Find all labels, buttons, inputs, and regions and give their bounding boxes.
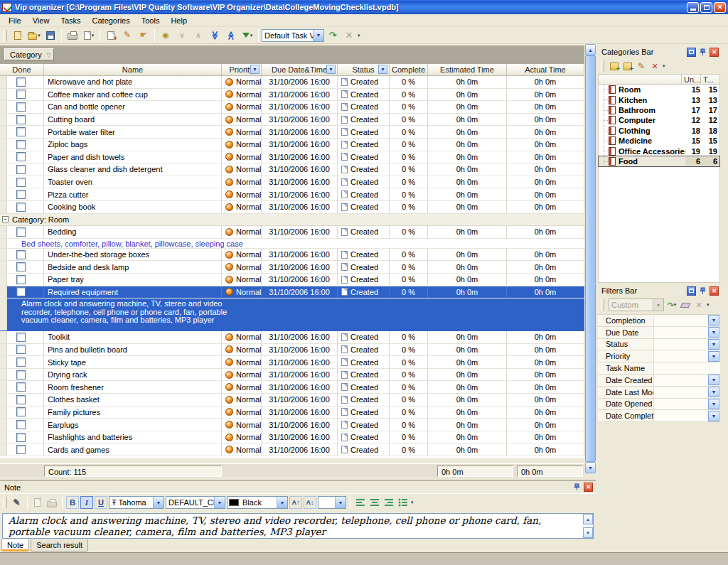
close-button[interactable]: ✕ [714, 2, 726, 13]
category-row[interactable]: Computer1212 [599, 115, 719, 125]
task-checkbox[interactable] [16, 345, 26, 354]
column-header-done[interactable]: Done [0, 64, 44, 75]
filter-value-field[interactable] [653, 339, 708, 350]
task-row[interactable]: Clothes basketNormal31/10/2006 16:00Crea… [0, 394, 584, 407]
task-row[interactable]: Required equipmentNormal31/10/2006 16:00… [0, 286, 584, 299]
task-checkbox[interactable] [16, 382, 26, 392]
status-filter-button[interactable]: ▼ [378, 65, 387, 74]
note-scroll-up-button[interactable]: ▲ [583, 514, 593, 524]
priority-filter-button[interactable]: ▼ [250, 65, 259, 74]
categories-pin-icon[interactable] [698, 48, 707, 57]
filters-overflow-icon[interactable]: ▾ [707, 302, 710, 308]
tab-search-result[interactable]: Search result [31, 539, 88, 551]
bullet-list-button[interactable] [397, 496, 410, 509]
task-checkbox[interactable] [16, 77, 26, 87]
task-row[interactable]: Cards and gamesNormal31/10/2006 16:00Cre… [0, 443, 584, 456]
filter-value-field[interactable] [653, 375, 708, 386]
task-checkbox[interactable] [16, 420, 26, 429]
filter-preset-combobox[interactable]: Custom ▼ [609, 298, 664, 311]
task-checkbox[interactable] [16, 190, 26, 199]
menu-item-view[interactable]: View [27, 16, 55, 26]
note-toolbar-overflow-icon[interactable]: ▾ [411, 500, 414, 505]
task-row[interactable]: Cutting boardNormal31/10/2006 16:00Creat… [0, 114, 584, 127]
toolbar-overflow-icon[interactable]: ▾ [358, 33, 360, 38]
highlight-button[interactable]: ◉ [158, 28, 173, 43]
clear-filter-button[interactable] [680, 300, 691, 311]
task-checkbox[interactable] [16, 357, 26, 367]
task-row[interactable]: Family picturesNormal31/10/2006 16:00Cre… [0, 407, 584, 419]
task-row[interactable]: Portable water filterNormal31/10/2006 16… [0, 126, 584, 139]
print-preview-button[interactable]: ▾ [81, 28, 97, 43]
filters-toolbar-gripper[interactable] [601, 299, 604, 311]
align-left-button[interactable] [354, 496, 367, 509]
print-button[interactable] [65, 28, 80, 43]
task-row[interactable]: Paper and dish towelsNormal31/10/2006 16… [0, 151, 584, 164]
categories-close-button[interactable]: ✕ [710, 48, 719, 57]
task-row[interactable]: Coffee maker and coffee cupNormal31/10/2… [0, 89, 584, 102]
filter-dropdown-button[interactable]: ▼ [708, 351, 719, 362]
save-filter-button[interactable]: ↷▾ [666, 300, 678, 311]
filter-dropdown-button[interactable]: ▼ [708, 411, 719, 421]
filter-dropdown-button[interactable]: ▼ [708, 375, 719, 385]
task-checkbox[interactable] [16, 152, 26, 161]
filter-value-field[interactable] [653, 350, 708, 362]
font-combobox[interactable]: Ŧ Tahoma ▼ [109, 496, 164, 509]
scroll-down-button[interactable]: ▼ [585, 462, 596, 473]
font-size-dropdown-button[interactable]: ▼ [335, 497, 346, 508]
note-pin-icon[interactable] [572, 483, 582, 492]
column-header-priority[interactable]: Priority▼ [222, 64, 262, 75]
task-row[interactable]: Can and bottle openerNormal31/10/2006 16… [0, 101, 584, 114]
task-checkbox[interactable] [16, 262, 26, 271]
task-checkbox[interactable] [16, 115, 26, 124]
edit-category-button[interactable]: ✎ [636, 61, 647, 72]
task-row[interactable]: Paper trayNormal31/10/2006 16:00Created0… [0, 274, 584, 286]
group-header-row[interactable]: −Category: Room [0, 214, 584, 227]
task-row[interactable]: Room freshenerNormal31/10/2006 16:00Crea… [0, 381, 584, 394]
task-view-combobox[interactable]: Default Task V ▼ [262, 29, 324, 42]
restore-button[interactable] [700, 2, 712, 13]
task-row[interactable]: EarplugsNormal31/10/2006 16:00Created0 %… [0, 419, 584, 431]
task-checkbox[interactable] [16, 433, 26, 442]
task-checkbox[interactable] [16, 445, 26, 454]
grid-vertical-scrollbar[interactable]: ▲ ▼ [585, 44, 596, 473]
new-task-button[interactable]: + [103, 28, 119, 43]
category-row[interactable]: Food66 [599, 156, 719, 166]
total-column-header[interactable]: T... [700, 75, 719, 84]
note-close-button[interactable]: ✕ [584, 483, 593, 492]
filters-pin-icon[interactable] [698, 286, 707, 296]
task-row[interactable]: Ziploc bagsNormal31/10/2006 16:00Created… [0, 139, 584, 151]
column-header-name[interactable]: Name [44, 64, 222, 75]
new-subcategory-button[interactable]: + [622, 61, 633, 72]
categories-restore-button[interactable] [687, 48, 696, 57]
filter-button[interactable]: ▾ [240, 28, 255, 43]
minimize-button[interactable] [687, 2, 699, 13]
note-text[interactable]: Alarm clock and answering machine, TV, s… [3, 514, 593, 537]
color-combobox[interactable]: Black ▼ [227, 496, 288, 509]
group-by-category-chip[interactable]: Category ▽ [4, 48, 54, 60]
scrollbar-thumb[interactable] [585, 55, 596, 462]
note-toolbar-gripper[interactable] [4, 497, 7, 508]
task-checkbox[interactable] [16, 370, 26, 380]
menu-item-tasks[interactable]: Tasks [55, 16, 86, 26]
expand-all-button[interactable]: ≪ [207, 28, 223, 43]
task-checkbox[interactable] [16, 203, 26, 212]
delete-view-button[interactable]: ✕ [341, 28, 357, 43]
task-row[interactable]: Flashlights and batteriesNormal31/10/200… [0, 431, 584, 444]
note-editor[interactable]: Alarm clock and answering machine, TV, s… [2, 513, 594, 539]
column-header-status[interactable]: Status▼ [338, 64, 390, 75]
filter-value-field[interactable] [653, 362, 720, 374]
column-header-due[interactable]: Due Date&Time▼ [262, 64, 338, 75]
align-right-button[interactable] [382, 496, 395, 509]
menu-item-help[interactable]: Help [165, 16, 193, 26]
task-checkbox[interactable] [16, 287, 26, 296]
task-checkbox[interactable] [16, 407, 26, 416]
task-checkbox[interactable] [16, 165, 26, 174]
delete-filter-button[interactable]: ✕ [693, 300, 705, 311]
filter-dropdown-button[interactable]: ▼ [708, 387, 719, 397]
task-checkbox[interactable] [16, 395, 26, 404]
task-row[interactable]: Pins and bulletin boardNormal31/10/2006 … [0, 344, 584, 357]
note-scroll-down-button[interactable]: ▼ [583, 527, 593, 538]
align-center-button[interactable] [368, 496, 381, 509]
task-row[interactable]: Under-the-bed storage boxesNormal31/10/2… [0, 249, 584, 262]
filter-dropdown-button[interactable]: ▼ [708, 339, 719, 350]
